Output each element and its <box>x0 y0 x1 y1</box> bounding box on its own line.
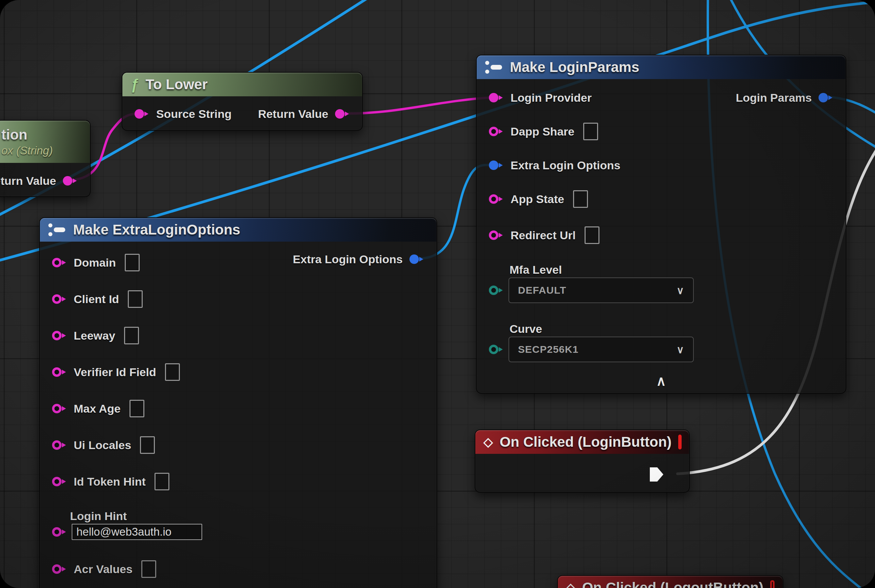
pin-label: Redirect Url <box>511 229 576 242</box>
pin-label: Return Value <box>258 108 328 121</box>
text-input-login-hint[interactable]: hello@web3auth.io <box>72 524 202 540</box>
pin-login-hint[interactable] <box>52 527 67 537</box>
pin-label: Login Provider <box>511 91 592 104</box>
node-header-to-lower[interactable]: ƒTo Lower <box>122 73 362 96</box>
blueprint-graph-canvas[interactable]: tionox (String)eturn ValueƒTo LowerSourc… <box>0 0 875 588</box>
pin-label: Client Id <box>74 292 119 306</box>
pin-acr-values[interactable] <box>52 564 67 574</box>
pin-row-login-hint: Login Hinthello@web3auth.io <box>40 508 202 540</box>
pin-label: Ui Locales <box>74 439 131 452</box>
pin-verifier-id-field[interactable] <box>52 367 67 377</box>
checkbox-leeway[interactable] <box>124 327 139 344</box>
make-struct-icon <box>48 222 66 237</box>
node-header-string-function-partial[interactable]: tionox (String) <box>0 121 90 163</box>
function-icon: ƒ <box>131 77 138 92</box>
pin-domain[interactable] <box>52 258 67 268</box>
pin-client-id[interactable] <box>52 294 67 304</box>
pin-mfa-level[interactable] <box>489 285 504 296</box>
pin-label: Leeway <box>74 329 115 342</box>
pin-redirect-url[interactable] <box>489 230 504 240</box>
node-header-make-extra-login-options[interactable]: Make ExtraLoginOptions <box>40 218 436 242</box>
checkbox-app-state[interactable] <box>573 190 588 208</box>
pin-label: Id Token Hint <box>74 475 146 488</box>
pin-app-state[interactable] <box>489 194 504 204</box>
pin-eturn-value[interactable] <box>63 176 78 186</box>
node-subtitle: ox (String) <box>2 144 53 157</box>
pin-label: App State <box>511 193 564 206</box>
pin-label: Acr Values <box>74 562 132 576</box>
node-title: Make ExtraLoginOptions <box>73 222 241 238</box>
bound-event-indicator <box>678 435 682 450</box>
pin-label: Max Age <box>74 402 121 416</box>
pin-label: eturn Value <box>0 174 56 188</box>
pin-ui-locales[interactable] <box>52 440 67 450</box>
pin-login-provider[interactable] <box>489 93 504 103</box>
exec-output-pin[interactable] <box>650 466 664 482</box>
node-title: On Clicked (LoginButton) <box>500 434 672 450</box>
pin-label: Mfa Level <box>510 263 562 276</box>
chevron-down-icon: ∨ <box>677 285 684 296</box>
dropdown-curve[interactable]: SECP256K1∨ <box>508 337 694 362</box>
node-title: On Clicked (LogoutButton) <box>582 579 764 588</box>
pin-leeway[interactable] <box>52 330 67 340</box>
pin-row-redirect-url: Redirect Url <box>477 224 846 246</box>
pin-row-ui-locales: Ui Locales <box>40 434 436 456</box>
pin-row-mfa-level: Mfa LevelDEFAULT∨ <box>477 262 694 303</box>
pin-row-extra-login-options: Extra Login Options <box>477 154 846 176</box>
checkbox-dapp-share[interactable] <box>583 123 598 140</box>
checkbox-redirect-url[interactable] <box>585 226 600 244</box>
pin-row-client-id: Client Id <box>40 288 436 310</box>
collapse-node-button[interactable]: ∧ <box>656 374 666 388</box>
node-title: tion <box>2 127 27 143</box>
pin-row-eturn-value: eturn Value <box>0 170 90 192</box>
pin-extra-login-options[interactable] <box>489 160 504 170</box>
checkbox-acr-values[interactable] <box>141 560 156 578</box>
pin-label: Dapp Share <box>511 125 574 138</box>
node-on-clicked-login-button[interactable]: ◇On Clicked (LoginButton) <box>475 429 690 493</box>
pin-label: Verifier Id Field <box>74 366 156 379</box>
checkbox-client-id[interactable] <box>128 290 143 308</box>
checkbox-max-age[interactable] <box>129 400 144 417</box>
pin-id-token-hint[interactable] <box>52 477 67 487</box>
node-header-on-clicked-logout-button[interactable]: ◇On Clicked (LogoutButton) <box>558 576 783 588</box>
chevron-down-icon: ∨ <box>677 344 684 356</box>
node-title: To Lower <box>145 76 207 93</box>
pin-row-id-token-hint: Id Token Hint <box>40 471 436 492</box>
make-struct-icon <box>485 60 503 75</box>
pin-label: Login Hint <box>70 510 127 523</box>
checkbox-ui-locales[interactable] <box>140 436 155 454</box>
pin-row-dapp-share: Dapp Share <box>477 121 846 142</box>
checkbox-domain[interactable] <box>125 254 140 272</box>
pin-return-value[interactable] <box>335 109 350 119</box>
node-make-login-params[interactable]: Make LoginParamsLogin ParamsLogin Provid… <box>476 55 846 394</box>
bound-event-indicator <box>770 580 774 588</box>
pin-row-app-state: App State <box>477 188 846 210</box>
node-make-extra-login-options[interactable]: Make ExtraLoginOptionsExtra Login Option… <box>39 217 437 588</box>
pin-row-login-provider: Login Provider <box>477 87 846 108</box>
pin-dapp-share[interactable] <box>489 126 504 136</box>
checkbox-verifier-id-field[interactable] <box>165 363 180 381</box>
pin-row-acr-values: Acr Values <box>40 558 436 580</box>
pin-row-domain: Domain <box>40 252 436 273</box>
pin-row-leeway: Leeway <box>40 325 436 346</box>
pin-row-return-value: Return Value <box>122 103 362 125</box>
node-title: Make LoginParams <box>510 59 639 75</box>
node-header-on-clicked-login-button[interactable]: ◇On Clicked (LoginButton) <box>475 430 689 454</box>
pin-row-verifier-id-field: Verifier Id Field <box>40 361 436 383</box>
node-header-make-login-params[interactable]: Make LoginParams <box>477 56 846 79</box>
dropdown-value: SECP256K1 <box>518 344 579 355</box>
event-icon: ◇ <box>484 436 493 448</box>
pin-max-age[interactable] <box>52 404 67 414</box>
pin-label: Extra Login Options <box>511 159 620 172</box>
node-on-clicked-logout-button[interactable]: ◇On Clicked (LogoutButton) <box>557 575 783 588</box>
event-icon: ◇ <box>566 582 576 588</box>
node-to-lower[interactable]: ƒTo LowerSource StringReturn Value <box>122 72 363 131</box>
pin-row-max-age: Max Age <box>40 398 436 419</box>
dropdown-mfa-level[interactable]: DEFAULT∨ <box>508 278 694 303</box>
dropdown-value: DEFAULT <box>518 285 566 296</box>
pin-label: Curve <box>510 322 542 336</box>
pin-curve[interactable] <box>489 344 504 354</box>
wire-pink-tolower-to-provider[interactable] <box>346 98 494 114</box>
node-string-function-partial[interactable]: tionox (String)eturn Value <box>0 120 90 197</box>
checkbox-id-token-hint[interactable] <box>155 473 169 490</box>
